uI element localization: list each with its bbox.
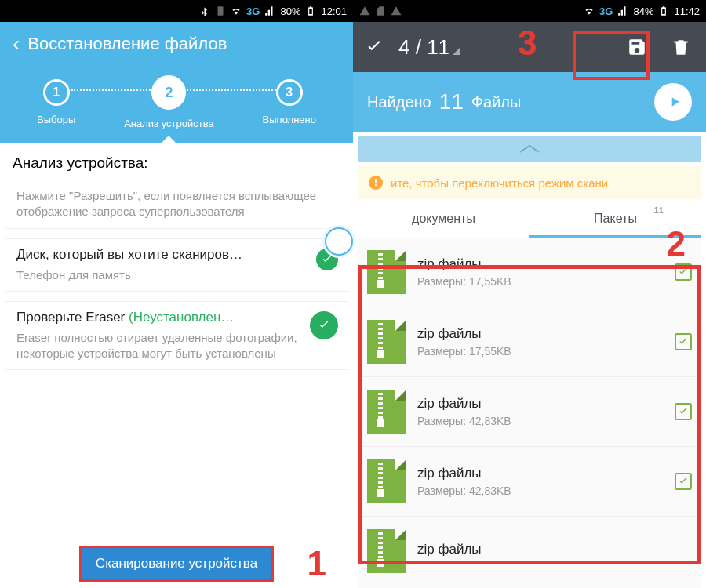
list-item[interactable]: zip файлыРазмеры: 42,83KB	[358, 447, 701, 517]
found-bar: Найдено 11 Файлы	[353, 72, 706, 132]
bluetooth-icon	[199, 5, 210, 16]
selection-count: 4 / 11	[398, 35, 449, 60]
annotation-box-save	[573, 31, 650, 80]
zip-file-icon	[367, 390, 406, 434]
battery-icon	[658, 5, 669, 16]
screen-left: 3G 80% 12:01 ‹ Восстановление файлов 1 В…	[0, 0, 353, 588]
network-label: 3G	[599, 5, 613, 17]
zip-file-icon	[367, 320, 406, 364]
card-eraser[interactable]: Проверьте Eraser (Неустановлен… Eraser п…	[5, 301, 348, 371]
signal-icon	[617, 5, 628, 16]
sd-icon	[375, 5, 386, 16]
signal-icon	[264, 5, 275, 16]
zip-file-icon	[367, 250, 406, 294]
wifi-icon	[231, 5, 242, 16]
status-bar: 3G 84% 11:42	[353, 0, 706, 22]
tab-documents[interactable]: документы	[358, 202, 530, 238]
battery-percent: 84%	[633, 5, 653, 17]
battery-icon	[305, 5, 316, 16]
step-2[interactable]: 2 Анализ устройства	[124, 75, 213, 129]
card-superuser: Нажмите "Разрешить", если появляется всп…	[5, 180, 348, 229]
list-item[interactable]: zip файлы	[358, 517, 701, 586]
zip-file-icon	[367, 529, 406, 573]
vibrate-icon	[215, 5, 226, 16]
checkbox[interactable]	[675, 403, 692, 420]
select-all-icon[interactable]	[362, 37, 386, 57]
card-disk[interactable]: Диск, который вы хотите сканиров… Телефо…	[5, 238, 348, 292]
warning-icon	[359, 5, 370, 16]
step-1[interactable]: 1 Выборы	[37, 79, 75, 125]
tabs: документы Пакеты 11	[358, 202, 701, 238]
play-button[interactable]	[654, 83, 692, 121]
clock: 11:42	[674, 5, 700, 17]
annotation-3: 3	[518, 24, 537, 63]
network-label: 3G	[246, 5, 260, 17]
delete-button[interactable]	[665, 37, 697, 57]
wifi-icon	[584, 5, 595, 16]
list-item[interactable]: zip файлыРазмеры: 17,55KB	[358, 238, 701, 307]
annotation-2: 2	[667, 224, 686, 263]
battery-percent: 80%	[280, 5, 300, 17]
warning-icon	[391, 5, 402, 16]
section-title: Анализ устройства:	[0, 143, 353, 180]
zip-file-icon	[367, 459, 406, 503]
check-icon	[310, 311, 338, 339]
checkbox[interactable]	[675, 333, 692, 350]
step-3[interactable]: 3 Выполнено	[263, 79, 316, 125]
checkbox[interactable]	[675, 473, 692, 490]
info-banner[interactable]: ! ите, чтобы переключиться режим скани	[358, 166, 701, 199]
header-title: Восстановление файлов	[27, 34, 227, 54]
checkbox[interactable]	[675, 263, 692, 281]
collapse-handle[interactable]	[358, 136, 701, 162]
list-item[interactable]: zip файлыРазмеры: 42,83KB	[358, 377, 701, 447]
app-header: ‹ Восстановление файлов 1 Выборы 2 Анали…	[0, 22, 353, 143]
annotation-1: 1	[308, 544, 326, 583]
dropdown-indicator-icon[interactable]	[453, 47, 460, 55]
list-item[interactable]: zip файлыРазмеры: 17,55KB	[358, 307, 701, 377]
clock: 12:01	[321, 5, 347, 17]
screen-right: 3G 84% 11:42 4 / 11 Найдено 11 Файлы ! и…	[353, 0, 706, 588]
status-bar: 3G 80% 12:01	[0, 0, 353, 22]
info-icon: !	[369, 176, 383, 190]
stepper: 1 Выборы 2 Анализ устройства 3 Выполнено	[13, 67, 340, 143]
floating-badge-icon[interactable]	[325, 227, 353, 256]
file-list: zip файлыРазмеры: 17,55KB zip файлыРазме…	[358, 238, 701, 588]
scan-device-button[interactable]: Сканирование устройства	[79, 546, 274, 582]
back-icon[interactable]: ‹	[13, 33, 20, 55]
